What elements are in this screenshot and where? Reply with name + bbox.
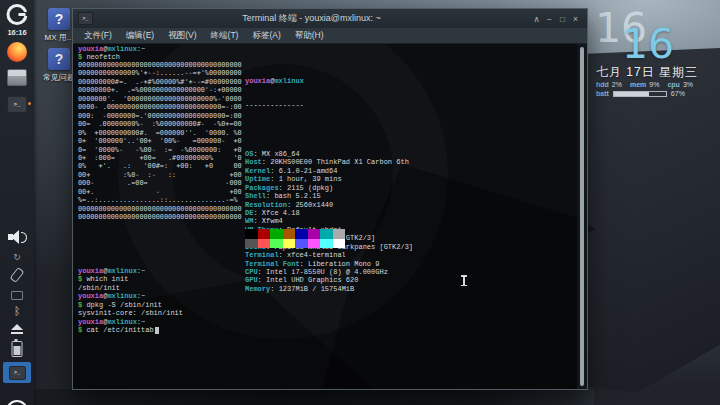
menu-item[interactable]: 帮助(H)	[288, 30, 331, 42]
terminal-palette-row1	[245, 229, 345, 239]
window-title: Terminal 终端 - youxia@mxlinux: ~	[93, 12, 530, 25]
dock-panel: 16:16 >_ ↻ ᛒ >_	[0, 0, 34, 405]
neofetch-info-line: Kernel6.1.0-21-amd64	[245, 167, 413, 175]
dock-clock: 16:16	[7, 28, 26, 37]
paperclip-icon	[10, 267, 25, 283]
clock-minute: 16	[622, 24, 674, 65]
mouse-ibeam-cursor	[463, 276, 465, 285]
palette-swatch	[245, 239, 258, 249]
battery-indicator[interactable]	[12, 341, 23, 357]
menu-item[interactable]: 文件(F)	[77, 30, 119, 42]
bluetooth-icon[interactable]: ᛒ	[14, 305, 21, 318]
terminal-content-area[interactable]: youxia@mxlinux:~$ neofetch 0000000000000…	[73, 44, 587, 389]
palette-swatch	[258, 229, 271, 239]
file-manager-icon	[7, 69, 27, 86]
maximize-button[interactable]: □	[556, 14, 569, 24]
terminal-launcher[interactable]: >_	[7, 96, 27, 113]
battery-bar	[613, 91, 667, 97]
terminal-line: youxia@mxlinux:~	[78, 45, 145, 53]
palette-swatch	[295, 239, 308, 249]
desktop-shortcut-label: 常见问题	[43, 72, 75, 83]
terminal-line: /sbin/init	[78, 284, 183, 292]
app-menu-button[interactable]	[7, 4, 28, 25]
desktop-shortcut-label: MX 用...	[45, 32, 74, 43]
neofetch-title: youxia@mxlinux	[245, 77, 413, 85]
window-shade-button[interactable]: ∧	[530, 14, 543, 24]
display-button[interactable]	[11, 291, 23, 300]
window-terminal-icon: >_	[78, 12, 93, 25]
neofetch-info-line: Host20KHS00E00 ThinkPad X1 Carbon 6th	[245, 158, 413, 166]
menu-item[interactable]: 视图(V)	[161, 30, 203, 42]
neofetch-info-line: Resolution2560x1440	[245, 201, 413, 209]
firefox-icon	[7, 42, 27, 62]
terminal-line: $ which init	[78, 275, 183, 283]
firefox-launcher[interactable]	[7, 42, 27, 62]
clipboard-button[interactable]	[13, 268, 21, 282]
palette-swatch	[258, 239, 271, 249]
terminal-line: $ cat /etc/inittab	[78, 326, 183, 334]
wallpaper-shade	[34, 389, 594, 405]
stat-item: hdd2%	[596, 81, 622, 88]
neofetch-info-line: Packages2115 (dpkg)	[245, 184, 413, 192]
palette-swatch	[295, 229, 308, 239]
palette-swatch	[308, 229, 321, 239]
neofetch-info-line: Memory1237MiB / 15754MiB	[245, 285, 413, 293]
palette-swatch	[333, 229, 346, 239]
terminal-line: youxia@mxlinux:~	[78, 318, 183, 326]
terminal-palette-row2	[245, 239, 345, 249]
shell-session-block: youxia@mxlinux:~$ which init/sbin/inityo…	[78, 267, 183, 335]
system-stats: hdd2%mem9%cpu3%	[596, 81, 693, 88]
terminal-window: >_ Terminal 终端 - youxia@mxlinux: ~ ∧ − □…	[72, 8, 588, 390]
palette-swatch	[333, 239, 346, 249]
palette-swatch	[320, 239, 333, 249]
palette-swatch	[270, 229, 283, 239]
neofetch-info-line: GPUIntel UHD Graphics 620	[245, 276, 413, 284]
terminal-line: sysvinit-core: /sbin/init	[78, 309, 183, 317]
menu-item[interactable]: 标签(A)	[245, 30, 287, 42]
eject-icon	[11, 324, 23, 330]
neofetch-info-line: CPUIntel i7-8550U (8) @ 4.000GHz	[245, 268, 413, 276]
mx-logo-icon	[6, 400, 28, 405]
stat-item: mem9%	[630, 81, 659, 88]
question-mark-icon: ?	[48, 48, 70, 70]
neofetch-separator: --------------	[245, 101, 413, 109]
neofetch-info-line: Shellbash 5.2.15	[245, 192, 413, 200]
neofetch-info-line: OSMX x86_64	[245, 150, 413, 158]
clock-date: 七月 17日 星期三	[596, 64, 698, 81]
battery-stat: batt 67%	[596, 90, 685, 97]
mx-ascii-logo: 0000000000000000000000000000000000000000…	[78, 61, 242, 222]
question-mark-icon: ?	[48, 8, 70, 30]
volume-button[interactable]	[7, 230, 27, 244]
close-button[interactable]: ×	[569, 14, 582, 24]
taskbar-terminal-active[interactable]: >_	[3, 362, 31, 383]
palette-swatch	[320, 229, 333, 239]
file-manager-launcher[interactable]	[7, 69, 27, 86]
terminal-menubar: 文件(F)编辑(E)视图(V)终端(T)标签(A)帮助(H)	[73, 28, 587, 44]
terminal-icon: >_	[9, 366, 26, 380]
mx-menu-button[interactable]	[6, 400, 28, 405]
neofetch-info: youxia@mxlinux -------------- OSMX x86_6…	[245, 61, 413, 309]
neofetch-info-line: DEXfce 4.18	[245, 209, 413, 217]
palette-swatch	[283, 239, 296, 249]
scrollbar-thumb[interactable]	[580, 47, 584, 386]
stat-item: cpu3%	[667, 81, 693, 88]
app-menu-icon	[7, 4, 28, 25]
battery-value: 67%	[671, 90, 685, 97]
palette-swatch	[245, 229, 258, 239]
palette-swatch	[308, 239, 321, 249]
menu-item[interactable]: 终端(T)	[204, 30, 246, 42]
neofetch-info-line: Terminal FontLiberation Mono 9	[245, 260, 413, 268]
scrollbar-track[interactable]	[577, 44, 587, 389]
updates-icon[interactable]: ↻	[13, 252, 21, 262]
terminal-line: youxia@mxlinux:~	[78, 267, 183, 275]
eject-button[interactable]	[11, 324, 23, 334]
neofetch-command-block: youxia@mxlinux:~$ neofetch	[78, 45, 145, 62]
text-cursor	[155, 327, 159, 334]
neofetch-info-line: Uptime1 hour, 39 mins	[245, 175, 413, 183]
menu-item[interactable]: 编辑(E)	[119, 30, 161, 42]
minimize-button[interactable]: −	[543, 14, 556, 24]
battery-icon	[12, 341, 23, 357]
window-titlebar[interactable]: >_ Terminal 终端 - youxia@mxlinux: ~ ∧ − □…	[73, 9, 587, 28]
terminal-line: youxia@mxlinux:~	[78, 292, 183, 300]
battery-label: batt	[596, 90, 609, 97]
